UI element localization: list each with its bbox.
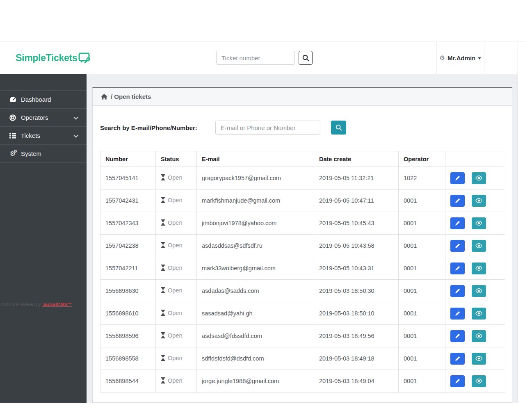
view-button[interactable] [472,308,486,320]
view-eye-icon [475,311,482,316]
edit-button[interactable] [450,217,465,229]
column-header-number: Number [100,151,156,167]
jackalcms-link[interactable]: JackalCMS™ [42,302,72,307]
status-cell: Open [156,257,197,280]
ticket-number-cell: 1557045141 [100,167,156,189]
sidebar-item-operators[interactable]: Operators [0,109,87,127]
brand-chat-wrench-icon [78,52,91,64]
email-cell: asdsasd@fdssdfd.com [197,325,314,347]
gauge-icon [8,96,17,103]
actions-cell [445,280,505,302]
edit-pencil-icon [455,379,460,384]
status-cell: Open [156,212,197,235]
operator-cell: 0001 [399,302,445,325]
operator-cell: 0001 [399,212,445,235]
view-button[interactable] [472,217,486,229]
view-eye-icon [475,333,482,338]
table-row: 1556898610 Open sasadsad@yahi.gh 2019-05… [100,302,505,325]
brand-logo[interactable]: SimpleTickets [16,42,91,74]
table-row: 1557042431 Open markfishmanjude@gmail.co… [100,189,505,212]
table-row: 1557042238 Open asdasddsas@sdfsdf.ru 201… [100,235,505,257]
actions-cell [445,370,505,393]
status-cell: Open [156,325,197,347]
list-icon [8,133,17,139]
view-button[interactable] [472,240,486,252]
ticket-number-cell: 1557042343 [100,212,156,235]
header-search-button[interactable] [299,51,313,65]
edit-pencil-icon [455,356,460,361]
edit-button[interactable] [450,308,465,320]
status-text: Open [168,377,182,384]
view-button[interactable] [472,375,486,387]
status-text: Open [168,219,182,226]
edit-button[interactable] [450,262,465,274]
email-cell: jimbonjovi1978@yahoo.com [197,212,314,235]
user-menu[interactable]: ⚙ Mr.Admin [436,42,484,74]
edit-pencil-icon [455,176,460,181]
edit-button[interactable] [450,353,465,365]
sidebar-item-dashboard[interactable]: Dashboard [0,91,87,109]
status-cell: Open [156,189,197,212]
hourglass-icon [161,287,165,293]
actions-cell [445,325,505,347]
edit-button[interactable] [450,285,465,297]
view-button[interactable] [472,195,486,207]
view-button[interactable] [472,172,486,184]
edit-pencil-icon [455,266,460,271]
actions-cell [445,189,505,212]
email-search-button[interactable] [331,121,346,135]
edit-pencil-icon [455,333,460,339]
date-create-cell: 2019-05-03 18:49:04 [314,370,399,393]
ticket-number-input[interactable] [216,51,295,65]
table-row: 1556898596 Open asdsasd@fdssdfd.com 2019… [100,325,505,347]
edit-button[interactable] [450,240,465,252]
sidebar-item-tickets[interactable]: Tickets [0,127,87,145]
edit-button[interactable] [450,375,465,387]
hourglass-icon [161,377,165,383]
edit-button[interactable] [450,330,465,342]
email-search-input[interactable] [215,121,320,135]
date-create-cell: 2019-05-05 10:45:43 [314,212,399,235]
open-tickets-card: / Open tickets Search by E-mail/Phone/Nu… [92,87,512,403]
column-header-email: E-mail [197,151,314,167]
email-cell: sdffdsfdsfd@dsdfd.com [197,347,314,370]
view-button[interactable] [472,262,486,274]
gear-icon: ⚙ [440,55,445,61]
actions-cell [445,257,505,280]
operator-cell: 0001 [399,370,445,393]
sidebar-item-system[interactable]: ⚙⚙ System [0,145,87,163]
home-icon[interactable] [101,94,107,100]
column-header-date-create: Date create [314,151,399,167]
operator-cell: 0001 [399,257,445,280]
date-create-cell: 2019-05-03 18:49:18 [314,347,399,370]
sidebar-item-label: Tickets [21,132,40,139]
sidebar-nav: Dashboard Operators [0,90,87,163]
table-header-row: Number Status E-mail Date create Operato… [100,151,505,167]
table-row: 1557042343 Open jimbonjovi1978@yahoo.com… [100,212,505,235]
sidebar-item-label: Dashboard [21,96,51,103]
email-cell: markfishmanjude@gmail.com [197,189,314,212]
hourglass-icon [161,265,165,271]
view-button[interactable] [472,353,486,365]
ticket-number-cell: 1556898558 [100,347,156,370]
edit-pencil-icon [455,243,460,249]
view-eye-icon [475,288,482,293]
edit-button[interactable] [450,172,465,184]
brand-name: SimpleTickets [16,52,77,64]
sidebar-item-label: Operators [21,114,48,121]
scrollbar[interactable] [518,42,518,403]
cogs-icon: ⚙⚙ [8,151,17,157]
operator-cell: 1022 [399,167,445,189]
operator-cell: 0001 [399,235,445,257]
table-row: 1556898558 Open sdffdsfdsfd@dsdfd.com 20… [100,347,505,370]
sidebar-footer: ©2019 Powered by JackalCMS™ [1,302,72,307]
view-button[interactable] [472,285,486,297]
life-ring-icon [8,114,17,121]
email-cell: jorge.jungle1988@gmail.com [197,370,314,393]
status-text: Open [168,310,182,316]
status-text: Open [168,242,182,249]
edit-button[interactable] [450,195,465,207]
view-button[interactable] [472,330,486,342]
caret-down-icon [478,57,481,59]
edit-pencil-icon [455,288,460,294]
